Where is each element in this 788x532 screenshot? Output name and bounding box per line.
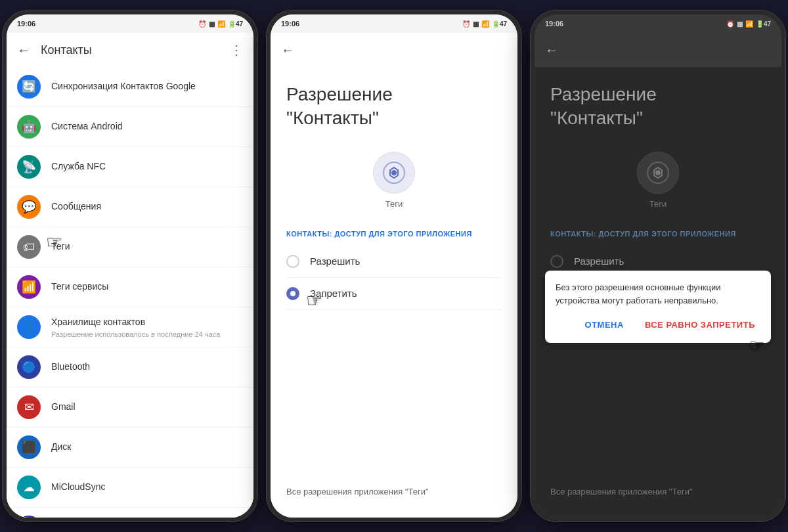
item-text: Gmail — [51, 401, 243, 414]
item-label: Хранилище контактов — [51, 316, 243, 329]
screen-3: 19:06 ⏰ ▦ 📶 🔋47 ← Разрешение"Контакты" — [535, 14, 781, 518]
sync-icon: 🔄 — [17, 75, 41, 99]
tags-icon: 🏷 — [17, 235, 41, 259]
top-bar-2: ← — [271, 33, 517, 67]
screen-1: 19:06 ⏰ ▦ 📶 🔋47 ← Контакты ⋮ 🔄 — [7, 14, 253, 518]
item-label: MiCloudSync — [51, 481, 243, 494]
alarm-icon-3: ⏰ — [726, 20, 734, 28]
item-text: Теги — [51, 240, 243, 254]
item-text: Теги сервисы — [51, 280, 243, 294]
perm-option-deny-2[interactable]: Запретить ☞ — [286, 278, 502, 310]
nfc-icon: 📡 — [17, 155, 41, 179]
list-item[interactable]: ⬛ Диск — [7, 428, 253, 468]
phone-3: 19:06 ⏰ ▦ 📶 🔋47 ← Разрешение"Контакты" — [530, 10, 786, 522]
micloud-icon: ☁ — [17, 476, 41, 499]
app-icon-2 — [373, 152, 415, 194]
alarm-icon-2: ⏰ — [462, 20, 470, 28]
battery-icon-3: 🔋47 — [756, 20, 771, 28]
bluetooth-icon: 🔵 — [17, 355, 41, 379]
all-perms-link-2[interactable]: Все разрешения приложения "Теги" — [286, 487, 502, 507]
radio-inner-2 — [290, 291, 296, 296]
top-bar-1: ← Контакты ⋮ — [7, 33, 253, 67]
svg-point-1 — [391, 170, 397, 175]
confirm-deny-button[interactable]: ВСЕ РАВНО ЗАПРЕТИТЬ — [640, 317, 760, 332]
gmail-icon: ✉ — [17, 395, 41, 419]
back-button-1[interactable]: ← — [17, 43, 30, 58]
list-item[interactable]: ✉ Gmail — [7, 388, 253, 428]
list-item[interactable]: 📶 Теги сервисы — [7, 267, 253, 307]
list-item[interactable]: 🏷 Теги ☞ — [7, 227, 253, 267]
item-label: Gmail — [51, 401, 243, 414]
sms-icon: 💬 — [17, 195, 41, 219]
wifi-icon: ▦ — [209, 20, 215, 28]
status-icons-3: ⏰ ▦ 📶 🔋47 — [726, 20, 771, 28]
item-text: Синхронизация Контактов Google — [51, 80, 243, 93]
item-sublabel: Разрешение использовалось в последние 24… — [51, 330, 243, 338]
list-item[interactable]: 🤖 Система Android — [7, 107, 253, 147]
page-title-1: Контакты — [41, 43, 219, 57]
permission-screen-2: Разрешение"Контакты" Теги КОНТАКТЫ: ДОСТ… — [271, 67, 517, 518]
item-label: Синхронизация Контактов Google — [51, 80, 243, 93]
item-text: Сообщения — [51, 200, 243, 213]
contacts-storage-icon: 👤 — [17, 315, 41, 339]
option-label-allow-2: Разрешить — [310, 255, 360, 267]
status-bar-1: 19:06 ⏰ ▦ 📶 🔋47 — [7, 14, 253, 33]
battery-icon-2: 🔋47 — [492, 20, 507, 28]
item-text: Хранилище контактов Разрешение использов… — [51, 316, 243, 338]
back-button-3[interactable]: ← — [545, 43, 558, 58]
item-text: Диск — [51, 441, 243, 454]
tags-services-icon: 📶 — [17, 275, 41, 299]
list-item[interactable]: 🔵 MIUI Bluetooth — [7, 508, 253, 518]
item-text: Bluetooth — [51, 361, 243, 374]
list-item[interactable]: 🔄 Синхронизация Контактов Google — [7, 67, 253, 107]
app-icon-container-2: Теги — [286, 152, 502, 209]
permission-screen-3: Разрешение"Контакты" Теги КОНТАКТЫ: ДОСТ… — [535, 67, 781, 518]
perm-option-allow-2[interactable]: Разрешить — [286, 246, 502, 278]
battery-icon: 🔋47 — [228, 20, 243, 28]
signal-icon-2: 📶 — [481, 20, 489, 28]
list-item[interactable]: 💬 Сообщения — [7, 187, 253, 227]
gsf-icon: ⬛ — [17, 435, 41, 459]
list-item[interactable]: 📡 Служба NFC — [7, 147, 253, 187]
phone-1: 19:06 ⏰ ▦ 📶 🔋47 ← Контакты ⋮ 🔄 — [2, 10, 258, 522]
radio-allow-2[interactable] — [286, 255, 299, 268]
item-label: Система Android — [51, 120, 243, 133]
alarm-icon: ⏰ — [198, 20, 206, 28]
time-2: 19:06 — [281, 20, 299, 28]
perm-title-2: Разрешение"Контакты" — [286, 83, 502, 131]
perm-section-label-2: КОНТАКТЫ: ДОСТУП ДЛЯ ЭТОГО ПРИЛОЖЕНИЯ — [286, 230, 502, 238]
radio-deny-2[interactable] — [286, 287, 299, 300]
contacts-list: 🔄 Синхронизация Контактов Google 🤖 Систе… — [7, 67, 253, 518]
android-icon: 🤖 — [17, 115, 41, 139]
status-icons-1: ⏰ ▦ 📶 🔋47 — [198, 20, 243, 28]
phones-container: 19:06 ⏰ ▦ 📶 🔋47 ← Контакты ⋮ 🔄 — [2, 10, 786, 522]
phone-2: 19:06 ⏰ ▦ 📶 🔋47 ← Разрешение"Контакты" — [266, 10, 522, 522]
warning-text: Без этого разрешения основные функции ус… — [556, 281, 760, 307]
list-item[interactable]: 🔵 Bluetooth — [7, 347, 253, 388]
item-label: Диск — [51, 441, 243, 454]
list-item[interactable]: ☁ MiCloudSync — [7, 468, 253, 508]
wifi-icon-2: ▦ — [473, 20, 479, 28]
list-item[interactable]: 👤 Хранилище контактов Разрешение использ… — [7, 307, 253, 347]
item-text: MiCloudSync — [51, 481, 243, 494]
time-3: 19:06 — [545, 20, 563, 28]
cancel-button-3[interactable]: ОТМЕНА — [580, 317, 629, 332]
item-label: Теги сервисы — [51, 280, 243, 294]
warning-dialog: Без этого разрешения основные функции ус… — [545, 271, 771, 343]
app-name-2: Теги — [385, 199, 403, 209]
signal-icon-3: 📶 — [745, 20, 753, 28]
miui-bt-icon: 🔵 — [17, 516, 41, 518]
status-icons-2: ⏰ ▦ 📶 🔋47 — [462, 20, 507, 28]
time-1: 19:06 — [17, 20, 35, 28]
item-label: Служба NFC — [51, 160, 243, 173]
item-label: Bluetooth — [51, 361, 243, 374]
item-text: Система Android — [51, 120, 243, 133]
top-bar-3: ← — [535, 33, 781, 67]
status-bar-3: 19:06 ⏰ ▦ 📶 🔋47 — [535, 14, 781, 33]
menu-button-1[interactable]: ⋮ — [230, 42, 243, 58]
option-label-deny-2: Запретить — [310, 288, 357, 299]
warning-buttons: ОТМЕНА ВСЕ РАВНО ЗАПРЕТИТЬ — [556, 317, 760, 332]
item-label: Сообщения — [51, 200, 243, 213]
back-button-2[interactable]: ← — [281, 43, 294, 58]
status-bar-2: 19:06 ⏰ ▦ 📶 🔋47 — [271, 14, 517, 33]
